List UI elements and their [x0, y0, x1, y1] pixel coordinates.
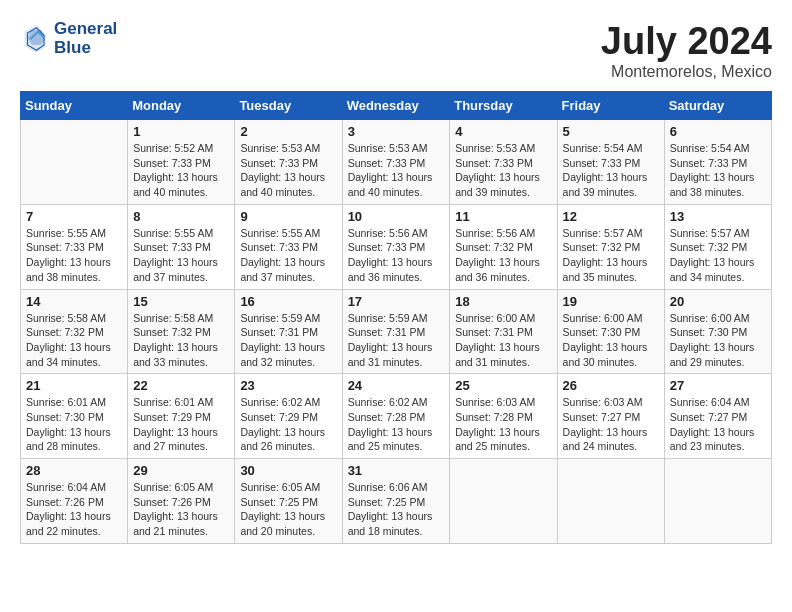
- day-number: 25: [455, 378, 551, 393]
- day-info: Sunrise: 5:55 AMSunset: 7:33 PMDaylight:…: [26, 226, 122, 285]
- day-info: Sunrise: 5:54 AMSunset: 7:33 PMDaylight:…: [670, 141, 766, 200]
- day-number: 26: [563, 378, 659, 393]
- calendar-cell: [664, 459, 771, 544]
- calendar-cell: 15Sunrise: 5:58 AMSunset: 7:32 PMDayligh…: [128, 289, 235, 374]
- day-info: Sunrise: 5:59 AMSunset: 7:31 PMDaylight:…: [348, 311, 445, 370]
- day-info: Sunrise: 5:53 AMSunset: 7:33 PMDaylight:…: [455, 141, 551, 200]
- calendar-cell: 13Sunrise: 5:57 AMSunset: 7:32 PMDayligh…: [664, 204, 771, 289]
- day-info: Sunrise: 6:05 AMSunset: 7:26 PMDaylight:…: [133, 480, 229, 539]
- header-cell-friday: Friday: [557, 92, 664, 120]
- day-number: 1: [133, 124, 229, 139]
- logo-text: General Blue: [54, 20, 117, 57]
- calendar-cell: 31Sunrise: 6:06 AMSunset: 7:25 PMDayligh…: [342, 459, 450, 544]
- day-number: 7: [26, 209, 122, 224]
- calendar-cell: [450, 459, 557, 544]
- calendar-cell: 14Sunrise: 5:58 AMSunset: 7:32 PMDayligh…: [21, 289, 128, 374]
- day-number: 16: [240, 294, 336, 309]
- day-number: 14: [26, 294, 122, 309]
- header-cell-tuesday: Tuesday: [235, 92, 342, 120]
- day-info: Sunrise: 5:56 AMSunset: 7:33 PMDaylight:…: [348, 226, 445, 285]
- calendar-cell: 2Sunrise: 5:53 AMSunset: 7:33 PMDaylight…: [235, 120, 342, 205]
- calendar-cell: 21Sunrise: 6:01 AMSunset: 7:30 PMDayligh…: [21, 374, 128, 459]
- calendar-cell: 7Sunrise: 5:55 AMSunset: 7:33 PMDaylight…: [21, 204, 128, 289]
- calendar-cell: 22Sunrise: 6:01 AMSunset: 7:29 PMDayligh…: [128, 374, 235, 459]
- day-info: Sunrise: 5:59 AMSunset: 7:31 PMDaylight:…: [240, 311, 336, 370]
- calendar-cell: 26Sunrise: 6:03 AMSunset: 7:27 PMDayligh…: [557, 374, 664, 459]
- week-row-3: 14Sunrise: 5:58 AMSunset: 7:32 PMDayligh…: [21, 289, 772, 374]
- calendar-cell: 1Sunrise: 5:52 AMSunset: 7:33 PMDaylight…: [128, 120, 235, 205]
- calendar-cell: 10Sunrise: 5:56 AMSunset: 7:33 PMDayligh…: [342, 204, 450, 289]
- day-info: Sunrise: 5:55 AMSunset: 7:33 PMDaylight:…: [133, 226, 229, 285]
- day-number: 24: [348, 378, 445, 393]
- day-number: 20: [670, 294, 766, 309]
- header-cell-monday: Monday: [128, 92, 235, 120]
- day-number: 3: [348, 124, 445, 139]
- day-number: 11: [455, 209, 551, 224]
- day-number: 2: [240, 124, 336, 139]
- logo-icon: [20, 24, 50, 54]
- week-row-5: 28Sunrise: 6:04 AMSunset: 7:26 PMDayligh…: [21, 459, 772, 544]
- sub-title: Montemorelos, Mexico: [601, 63, 772, 81]
- day-number: 29: [133, 463, 229, 478]
- calendar-cell: 17Sunrise: 5:59 AMSunset: 7:31 PMDayligh…: [342, 289, 450, 374]
- day-number: 10: [348, 209, 445, 224]
- day-number: 19: [563, 294, 659, 309]
- day-number: 30: [240, 463, 336, 478]
- calendar-cell: 5Sunrise: 5:54 AMSunset: 7:33 PMDaylight…: [557, 120, 664, 205]
- day-info: Sunrise: 6:03 AMSunset: 7:28 PMDaylight:…: [455, 395, 551, 454]
- calendar-cell: 25Sunrise: 6:03 AMSunset: 7:28 PMDayligh…: [450, 374, 557, 459]
- calendar-cell: 4Sunrise: 5:53 AMSunset: 7:33 PMDaylight…: [450, 120, 557, 205]
- day-info: Sunrise: 6:05 AMSunset: 7:25 PMDaylight:…: [240, 480, 336, 539]
- day-info: Sunrise: 5:56 AMSunset: 7:32 PMDaylight:…: [455, 226, 551, 285]
- header-cell-wednesday: Wednesday: [342, 92, 450, 120]
- header-cell-saturday: Saturday: [664, 92, 771, 120]
- day-number: 27: [670, 378, 766, 393]
- day-info: Sunrise: 5:54 AMSunset: 7:33 PMDaylight:…: [563, 141, 659, 200]
- calendar-cell: 12Sunrise: 5:57 AMSunset: 7:32 PMDayligh…: [557, 204, 664, 289]
- day-info: Sunrise: 5:55 AMSunset: 7:33 PMDaylight:…: [240, 226, 336, 285]
- day-number: 17: [348, 294, 445, 309]
- calendar-cell: 3Sunrise: 5:53 AMSunset: 7:33 PMDaylight…: [342, 120, 450, 205]
- calendar-body: 1Sunrise: 5:52 AMSunset: 7:33 PMDaylight…: [21, 120, 772, 544]
- day-info: Sunrise: 6:01 AMSunset: 7:30 PMDaylight:…: [26, 395, 122, 454]
- day-info: Sunrise: 6:00 AMSunset: 7:30 PMDaylight:…: [670, 311, 766, 370]
- day-number: 9: [240, 209, 336, 224]
- day-number: 5: [563, 124, 659, 139]
- week-row-1: 1Sunrise: 5:52 AMSunset: 7:33 PMDaylight…: [21, 120, 772, 205]
- day-info: Sunrise: 5:57 AMSunset: 7:32 PMDaylight:…: [563, 226, 659, 285]
- day-number: 22: [133, 378, 229, 393]
- calendar-cell: 23Sunrise: 6:02 AMSunset: 7:29 PMDayligh…: [235, 374, 342, 459]
- day-info: Sunrise: 6:02 AMSunset: 7:28 PMDaylight:…: [348, 395, 445, 454]
- day-number: 6: [670, 124, 766, 139]
- day-info: Sunrise: 5:58 AMSunset: 7:32 PMDaylight:…: [26, 311, 122, 370]
- calendar-cell: 8Sunrise: 5:55 AMSunset: 7:33 PMDaylight…: [128, 204, 235, 289]
- main-title: July 2024: [601, 20, 772, 63]
- day-number: 4: [455, 124, 551, 139]
- calendar-cell: 16Sunrise: 5:59 AMSunset: 7:31 PMDayligh…: [235, 289, 342, 374]
- day-info: Sunrise: 6:04 AMSunset: 7:27 PMDaylight:…: [670, 395, 766, 454]
- calendar-cell: 18Sunrise: 6:00 AMSunset: 7:31 PMDayligh…: [450, 289, 557, 374]
- calendar-cell: 19Sunrise: 6:00 AMSunset: 7:30 PMDayligh…: [557, 289, 664, 374]
- day-number: 12: [563, 209, 659, 224]
- day-number: 13: [670, 209, 766, 224]
- calendar-cell: 27Sunrise: 6:04 AMSunset: 7:27 PMDayligh…: [664, 374, 771, 459]
- day-number: 23: [240, 378, 336, 393]
- day-number: 15: [133, 294, 229, 309]
- day-info: Sunrise: 5:57 AMSunset: 7:32 PMDaylight:…: [670, 226, 766, 285]
- day-info: Sunrise: 5:53 AMSunset: 7:33 PMDaylight:…: [348, 141, 445, 200]
- day-info: Sunrise: 5:53 AMSunset: 7:33 PMDaylight:…: [240, 141, 336, 200]
- calendar-header: SundayMondayTuesdayWednesdayThursdayFrid…: [21, 92, 772, 120]
- day-info: Sunrise: 6:01 AMSunset: 7:29 PMDaylight:…: [133, 395, 229, 454]
- calendar-cell: 24Sunrise: 6:02 AMSunset: 7:28 PMDayligh…: [342, 374, 450, 459]
- week-row-2: 7Sunrise: 5:55 AMSunset: 7:33 PMDaylight…: [21, 204, 772, 289]
- day-info: Sunrise: 6:03 AMSunset: 7:27 PMDaylight:…: [563, 395, 659, 454]
- header: General Blue July 2024 Montemorelos, Mex…: [20, 20, 772, 81]
- calendar-table: SundayMondayTuesdayWednesdayThursdayFrid…: [20, 91, 772, 544]
- day-number: 31: [348, 463, 445, 478]
- day-info: Sunrise: 6:00 AMSunset: 7:31 PMDaylight:…: [455, 311, 551, 370]
- header-row: SundayMondayTuesdayWednesdayThursdayFrid…: [21, 92, 772, 120]
- day-info: Sunrise: 6:02 AMSunset: 7:29 PMDaylight:…: [240, 395, 336, 454]
- header-cell-thursday: Thursday: [450, 92, 557, 120]
- title-area: July 2024 Montemorelos, Mexico: [601, 20, 772, 81]
- day-info: Sunrise: 5:52 AMSunset: 7:33 PMDaylight:…: [133, 141, 229, 200]
